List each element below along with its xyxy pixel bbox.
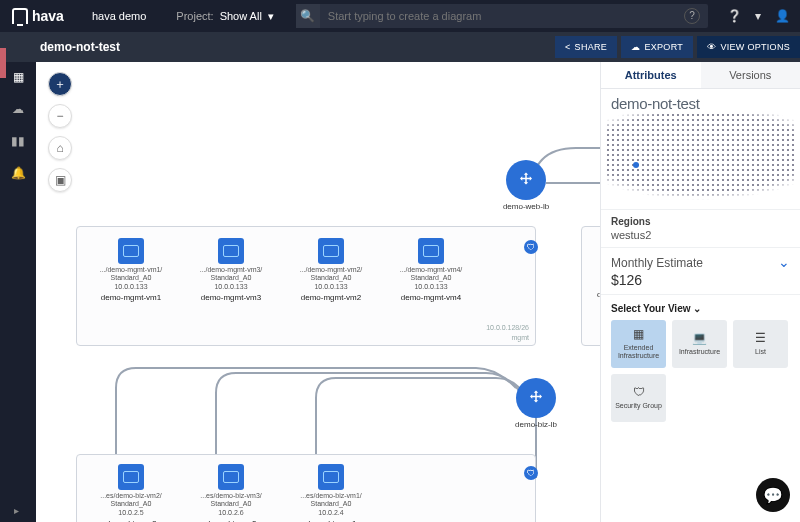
tab-versions[interactable]: Versions xyxy=(701,62,801,88)
vm-icon xyxy=(218,238,244,264)
chevron-down-icon: ▾ xyxy=(268,10,274,23)
estimate-row[interactable]: Monthly Estimate ⌄ xyxy=(611,254,790,270)
fit-button[interactable]: ⌂ xyxy=(48,136,72,160)
chat-widget[interactable]: 💬 xyxy=(756,478,790,512)
vm-icon xyxy=(118,464,144,490)
laptop-icon: 💻 xyxy=(692,332,707,345)
subnet-name: mgmt xyxy=(512,334,530,341)
project-selector[interactable]: Project: Show All ▾ xyxy=(162,10,288,23)
vm-node[interactable]: .../demo-mgmt-vm2/Standard_A010.0.0.133 … xyxy=(286,238,376,302)
vm-node[interactable]: ...es/demo-biz-vm1/Standard_A010.0.2.4 d… xyxy=(286,464,376,522)
search-bar[interactable]: 🔍 ? xyxy=(296,4,708,28)
vm-node[interactable]: .../demo-mgmt-vm3/Standard_A010.0.0.133 … xyxy=(186,238,276,302)
load-balancer-icon xyxy=(517,171,535,189)
rail-chart-icon[interactable]: ▮▮ xyxy=(9,132,27,150)
vm-icon xyxy=(118,238,144,264)
select-view-label[interactable]: Select Your View ⌄ xyxy=(611,303,790,314)
brand-text: hava xyxy=(32,8,64,24)
vm-icon xyxy=(318,238,344,264)
regions-value: westus2 xyxy=(611,229,790,241)
export-icon: ☁ xyxy=(631,42,640,52)
vm-icon xyxy=(218,464,244,490)
view-list[interactable]: ☰List xyxy=(733,320,788,368)
regions-label: Regions xyxy=(611,216,790,227)
subnet-cidr: 10.0.0.128/26 xyxy=(486,324,529,331)
logo-icon xyxy=(12,8,28,24)
eye-icon: 👁 xyxy=(707,42,716,52)
view-security-group[interactable]: 🛡Security Group xyxy=(611,374,666,422)
user-icon[interactable]: 👤 xyxy=(774,8,790,24)
shield-icon: 🛡 xyxy=(633,386,645,399)
region-marker xyxy=(633,162,639,168)
estimate-value: $126 xyxy=(611,272,790,288)
vm-icon xyxy=(418,238,444,264)
chevron-down-icon: ⌄ xyxy=(693,303,701,314)
lb-web-label: demo-web-lb xyxy=(496,202,556,211)
load-balancer-biz[interactable] xyxy=(516,378,556,418)
world-map xyxy=(607,114,794,209)
search-help-icon[interactable]: ? xyxy=(684,8,700,24)
export-button[interactable]: ☁EXPORT xyxy=(621,36,693,58)
nsg-badge-icon[interactable]: 🛡 xyxy=(524,466,538,480)
nsg-badge-icon[interactable]: 🛡 xyxy=(524,240,538,254)
share-button[interactable]: <SHARE xyxy=(555,36,617,58)
add-button[interactable]: ＋ xyxy=(48,72,72,96)
vm-node[interactable]: .../demo-mgmt-vm4/Standard_A010.0.0.133 … xyxy=(386,238,476,302)
load-balancer-icon xyxy=(527,389,545,407)
rail-cloud-icon[interactable]: ☁ xyxy=(9,100,27,118)
rail-expand-icon[interactable]: ▸ xyxy=(14,505,19,516)
page-title: demo-not-test xyxy=(40,40,120,54)
share-icon: < xyxy=(565,42,571,52)
attributes-panel: Attributes Versions demo-not-test Region… xyxy=(600,62,800,522)
chat-icon: 💬 xyxy=(763,486,783,505)
rail-alerts-icon[interactable]: 🔔 xyxy=(9,164,27,182)
search-icon: 🔍 xyxy=(296,4,320,28)
chevron-down-icon: ⌄ xyxy=(778,254,790,270)
tab-attributes[interactable]: Attributes xyxy=(601,62,701,88)
chevron-down-icon[interactable]: ▾ xyxy=(750,8,766,24)
left-rail: ▦ ☁ ▮▮ 🔔 ▸ xyxy=(0,62,36,522)
brand-logo[interactable]: hava xyxy=(0,8,76,24)
vm-node[interactable]: ...es/demo-biz-vm2/Standard_A010.0.2.5 d… xyxy=(86,464,176,522)
lb-biz-label: demo-biz-lb xyxy=(506,420,566,429)
grid-icon: ▦ xyxy=(633,328,644,341)
org-name[interactable]: hava demo xyxy=(76,10,162,22)
list-icon: ☰ xyxy=(755,332,766,345)
project-value: Show All xyxy=(220,10,262,22)
zoom-out-button[interactable]: − xyxy=(48,104,72,128)
vm-node[interactable]: S demo-we xyxy=(586,238,600,299)
load-balancer-web[interactable] xyxy=(506,160,546,200)
view-infrastructure[interactable]: 💻Infrastructure xyxy=(672,320,727,368)
vm-node[interactable]: ...es/demo-biz-vm3/Standard_A010.0.2.6 d… xyxy=(186,464,276,522)
diagram-canvas[interactable]: demo-web-lb 10.0.0.128/26 mgmt 🛡 .../dem… xyxy=(76,68,600,522)
fullscreen-button[interactable]: ▣ xyxy=(48,168,72,192)
help-icon[interactable]: ❔ xyxy=(726,8,742,24)
vm-node[interactable]: .../demo-mgmt-vm1/Standard_A010.0.0.133 … xyxy=(86,238,176,302)
search-input[interactable] xyxy=(320,10,676,22)
view-extended-infra[interactable]: ▦Extended Infrastructure xyxy=(611,320,666,368)
panel-title: demo-not-test xyxy=(601,89,800,114)
estimate-label: Monthly Estimate xyxy=(611,256,703,270)
vm-icon xyxy=(318,464,344,490)
project-label: Project: xyxy=(176,10,213,22)
view-options-button[interactable]: 👁VIEW OPTIONS xyxy=(697,36,800,58)
rail-diagrams-icon[interactable]: ▦ xyxy=(9,68,27,86)
